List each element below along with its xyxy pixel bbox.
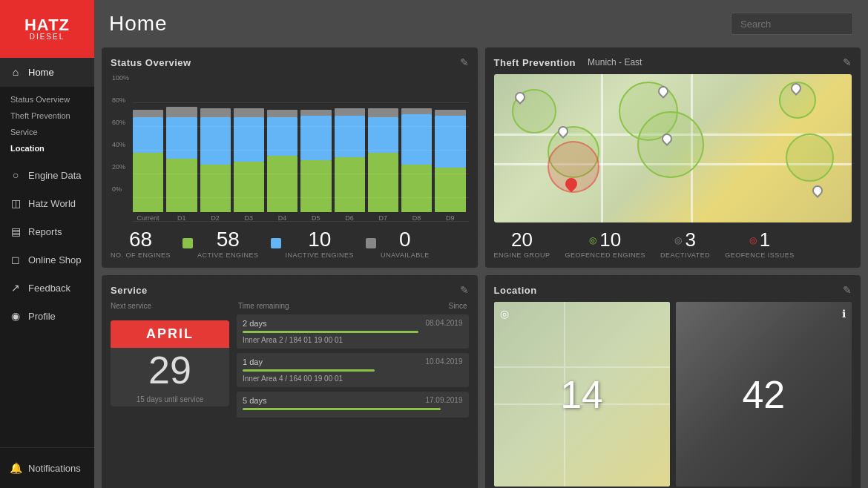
bar-chart: Current D1 D2 [111,74,469,222]
sub-item-theft-prevention[interactable]: Theft Prevention [0,108,94,124]
location-map-panel: ◎ 14 [494,302,670,487]
sidebar-item-engine-data[interactable]: ○ Engine Data [0,161,94,189]
service-item-1: 2 days 08.04.2019 Inner Area 2 / 184 01 … [237,314,469,349]
sub-item-location[interactable]: Location [0,140,94,156]
theft-map [494,74,852,222]
brand-name: HATZ [24,17,70,33]
bar-d3: D3 [234,74,264,222]
pin-2 [658,86,668,96]
stat-unavailable: 0 UNAVAILABLE [366,228,430,259]
status-overview-edit-icon[interactable]: ✎ [460,56,469,68]
bar-blue [166,117,197,159]
bar-d4: D4 [267,74,297,222]
grid-line-60 [133,150,469,151]
sidebar-item-engine-label: Engine Data [28,170,82,181]
location-engine-number: 42 [742,372,785,417]
service-left: Next service APRIL 29 15 days until serv… [111,302,229,487]
sidebar-item-profile[interactable]: ◉ Profile [0,302,94,330]
bar-d9: D9 [435,74,465,222]
service-content: Next service APRIL 29 15 days until serv… [111,302,469,487]
sub-item-service[interactable]: Service [0,124,94,140]
location-content: ◎ 14 ℹ 42 [494,302,852,487]
service-item-3: 5 days 17.09.2019 [237,392,469,418]
y-label-100: 100% [112,74,129,82]
stat-unavailable-col: 0 UNAVAILABLE [381,228,430,259]
active-dot [183,238,193,248]
sidebar-nav: ⌂ Home Status Overview Theft Prevention … [0,58,94,488]
location-edit-icon[interactable]: ✎ [843,284,852,296]
bar-current: Current [133,74,163,222]
pin-6 [812,185,823,196]
inactive-dot [271,238,281,248]
grid-line-0 [133,221,469,222]
sub-item-status-overview[interactable]: Status Overview [0,91,94,108]
bar-gray [435,110,465,116]
stat-inactive-num: 10 [308,228,331,251]
sidebar-item-feedback-label: Feedback [28,283,70,294]
service-calendar: APRIL 29 15 days until service [111,320,229,406]
theft-prevention-header: Theft Prevention Munich - East ✎ [494,56,852,68]
main-header: Home 🔍 [94,0,868,47]
theft-prevention-edit-icon[interactable]: ✎ [843,56,852,68]
calendar-note: 15 days until service [111,392,229,406]
stat-unavailable-num: 0 [399,228,411,251]
grid-line-100 [133,102,469,103]
service-item-2: 1 day 10.04.2019 Inner Area 4 / 164 00 1… [237,353,469,387]
bar-green [166,159,197,212]
status-overview-title: Status Overview [111,57,191,68]
sidebar-item-home[interactable]: ⌂ Home [0,58,94,86]
service-card: Service ✎ Next service APRIL 29 15 days … [102,275,478,488]
sidebar-item-hatz-world[interactable]: ◫ Hatz World [0,189,94,217]
theft-label-deactivated: DEACTIVATED [660,251,710,259]
bar-green [335,157,365,212]
bar-d1: D1 [166,74,197,222]
bar-d5: D5 [300,74,331,222]
hatz-world-icon: ◫ [9,197,22,210]
search-input[interactable] [740,19,865,30]
y-label-20: 20% [112,163,129,171]
bar-gray [200,108,231,117]
theft-stat-issues: ◎ 1 GEOFENCE ISSUES [725,228,795,259]
bar-gray [300,110,331,116]
sidebar-item-reports-label: Reports [28,226,62,237]
location-geo-icon: ◎ [500,308,509,320]
bar-d8: D8 [401,74,432,222]
bar-gray [166,107,197,117]
sidebar-item-feedback[interactable]: ↗ Feedback [0,274,94,302]
theft-location: Munich - East [588,57,642,67]
next-service-label: Next service [111,302,229,310]
status-overview-card: Status Overview ✎ 0% 20% 40% 60% 80% 100… [102,47,478,268]
sidebar-item-online-shop-label: Online Shop [28,254,82,266]
bar-blue [401,114,432,165]
y-label-40: 40% [112,141,129,148]
sidebar-item-reports[interactable]: ▤ Reports [0,217,94,245]
bar-blue [435,116,465,168]
theft-stats: 20 ENGINE GROUP ◎ 10 GEOFENCED ENGINES ◎… [494,228,852,259]
since-col: Since [448,302,467,310]
bar-green [267,156,297,212]
service-list-header: Time remaining Since [237,302,469,310]
location-info-icon: ℹ [842,308,846,320]
theft-prevention-title: Theft Prevention [494,57,576,68]
service-item-1-time: 2 days [243,319,266,328]
service-item-2-top: 1 day 10.04.2019 [243,357,463,366]
chart-wrapper: 0% 20% 40% 60% 80% 100% [111,74,469,222]
feedback-icon: ↗ [9,281,22,294]
pin-3 [791,83,801,93]
bar-blue [234,117,264,162]
service-item-2-time: 1 day [243,357,263,366]
sidebar-item-notifications[interactable]: 🔔 Notifications [0,454,94,482]
sidebar-item-online-shop[interactable]: ◻ Online Shop [0,245,94,274]
service-item-3-date: 17.09.2019 [425,396,462,405]
stat-active-label: ACTIVE ENGINES [197,251,259,259]
location-header: Location ✎ [494,284,852,296]
service-edit-icon[interactable]: ✎ [460,284,469,296]
service-item-3-bar [243,408,441,410]
notifications-section: 🔔 Notifications [0,447,94,488]
engine-data-icon: ○ [9,168,22,182]
home-sub-nav: Status Overview Theft Prevention Service… [0,86,94,161]
search-box[interactable]: 🔍 [731,13,853,35]
service-item-1-name: Inner Area 2 / 184 01 19 00 01 [243,336,463,344]
service-item-1-bar [243,331,418,333]
time-remaining-col: Time remaining [238,302,289,310]
